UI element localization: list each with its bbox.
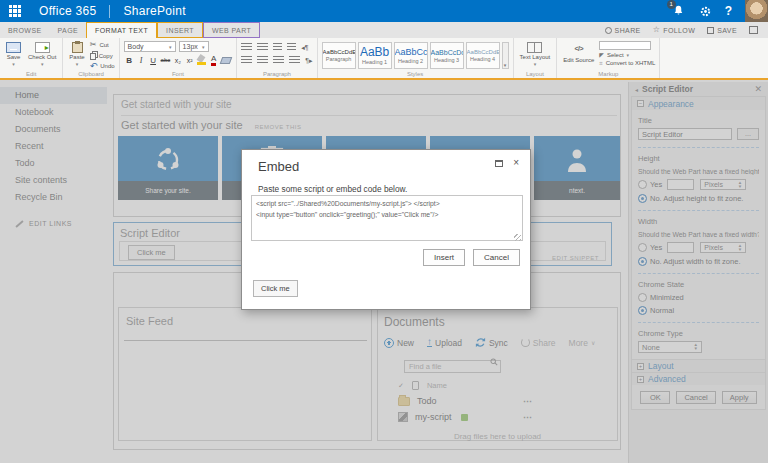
follow-action[interactable]: ☆FOLLOW: [653, 26, 696, 34]
dialog-instruction: Paste some script or embed code below.: [258, 184, 407, 194]
italic-button[interactable]: I: [136, 54, 147, 66]
text-layout-button[interactable]: Text Layout▾: [518, 41, 553, 68]
numbered-list-button[interactable]: [257, 43, 268, 52]
dialog-cancel-button[interactable]: Cancel: [473, 249, 520, 266]
follow-star-icon: ☆: [653, 26, 661, 34]
strikethrough-button[interactable]: abc: [160, 54, 172, 66]
convert-xhtml-button[interactable]: ⌗Convert to XHTML: [599, 60, 655, 66]
bullet-list-button[interactable]: [241, 43, 252, 52]
ribbon-group-markup: </>Edit Source ◤Select▾ ⌗Convert to XHTM…: [557, 38, 660, 78]
highlighter-icon: [197, 55, 206, 65]
highlight-button[interactable]: [196, 54, 207, 66]
sharepoint-page: Office 365 SharePoint 1 ? BROWSE PAGE FO…: [0, 0, 768, 463]
textarea-resize-handle[interactable]: [514, 234, 521, 241]
clear-format-button[interactable]: [220, 54, 232, 66]
tab-browse[interactable]: BROWSE: [0, 22, 50, 38]
align-center-button[interactable]: [257, 56, 268, 65]
notifications-bell-icon[interactable]: 1: [672, 4, 686, 18]
page-actions: SHARE ☆FOLLOW SAVE: [605, 22, 768, 38]
font-color-button[interactable]: A: [208, 54, 219, 66]
copy-icon: [90, 53, 96, 60]
tab-page[interactable]: PAGE: [50, 22, 87, 38]
group-label-paragraph: Paragraph: [237, 71, 316, 77]
style-paragraph[interactable]: AaBbCcDdEParagraph: [322, 42, 356, 69]
ribbon: Save▾ Check Out▾ Edit Paste▾ ✂Cut Copy ↶…: [0, 38, 768, 80]
font-color-icon: A: [211, 55, 216, 66]
styles-gallery-more-button[interactable]: ▾: [502, 42, 509, 69]
clipboard-small-buttons: ✂Cut Copy ↶Undo: [90, 41, 115, 68]
superscript-button[interactable]: x²: [184, 54, 195, 66]
suite-bar-divider: [109, 5, 110, 18]
group-label-clipboard: Clipboard: [63, 71, 118, 77]
workspace: Home Notebook Documents Recent Todo Site…: [0, 80, 768, 463]
group-label-font: Font: [120, 71, 237, 77]
undo-button[interactable]: ↶Undo: [90, 62, 115, 70]
font-size-select[interactable]: 13px▾: [179, 41, 209, 52]
ribbon-checkout-button[interactable]: Check Out▾: [26, 41, 58, 68]
cursor-icon: ◤: [599, 52, 604, 58]
group-label-layout: Layout: [514, 71, 557, 77]
edit-source-button[interactable]: </>Edit Source: [561, 41, 596, 68]
style-heading3[interactable]: AaBbCcDdHeading 3: [430, 42, 464, 69]
style-heading1[interactable]: AaBbHeading 1: [358, 42, 392, 69]
embed-code-textarea[interactable]: <script src="../Shared%20Documents/my-sc…: [251, 195, 523, 241]
font-family-select[interactable]: Body▾: [124, 41, 176, 52]
ribbon-group-layout: Text Layout▾ Layout: [514, 38, 558, 78]
group-label-markup: Markup: [557, 71, 659, 77]
insert-button[interactable]: Insert: [423, 249, 465, 266]
group-label-edit: Edit: [0, 71, 62, 77]
ribbon-tab-row: BROWSE PAGE FORMAT TEXT INSERT WEB PART …: [0, 22, 768, 38]
increase-indent-button[interactable]: [287, 43, 296, 52]
edit-source-icon: </>: [571, 42, 586, 56]
close-icon[interactable]: ×: [513, 159, 519, 167]
decrease-indent-button[interactable]: [273, 43, 282, 52]
app-name-sharepoint[interactable]: SharePoint: [123, 4, 185, 18]
user-avatar[interactable]: [745, 0, 768, 22]
focus-on-content-icon[interactable]: [749, 26, 758, 34]
markup-styles-dropdown[interactable]: [599, 41, 651, 50]
ribbon-group-font: Body▾ 13px▾ B I U abc x₂ x² A Font: [120, 38, 238, 78]
align-right-button[interactable]: [273, 56, 284, 65]
share-action[interactable]: SHARE: [605, 27, 641, 34]
check-out-icon: [35, 42, 50, 53]
ribbon-group-paragraph: ◂¶ ¶▸ Paragraph: [237, 38, 317, 78]
tab-insert[interactable]: INSERT: [157, 22, 203, 38]
text-layout-icon: [527, 42, 542, 53]
convert-icon: ⌗: [599, 60, 602, 66]
justify-button[interactable]: [289, 56, 300, 65]
preview-click-me-button[interactable]: Click me: [253, 280, 298, 297]
tab-web-part[interactable]: WEB PART: [203, 22, 260, 38]
paste-button[interactable]: Paste▾: [67, 41, 86, 68]
right-to-left-button[interactable]: ¶▸: [305, 56, 312, 65]
share-icon: [605, 27, 612, 34]
app-launcher-icon[interactable]: [9, 5, 21, 17]
bold-button[interactable]: B: [124, 54, 135, 66]
left-to-right-button[interactable]: ◂¶: [301, 43, 308, 52]
brand-office365[interactable]: Office 365: [39, 4, 96, 18]
save-icon: [707, 27, 714, 34]
select-button[interactable]: ◤Select▾: [599, 52, 655, 58]
undo-arrow-icon: ↶: [90, 62, 98, 70]
subscript-button[interactable]: x₂: [172, 54, 183, 66]
group-label-styles: Styles: [318, 71, 513, 77]
eraser-icon: [220, 57, 233, 64]
tab-format-text[interactable]: FORMAT TEXT: [86, 22, 157, 38]
help-button[interactable]: ?: [725, 4, 732, 18]
settings-gear-icon[interactable]: [699, 5, 712, 18]
maximize-icon[interactable]: [495, 160, 503, 167]
save-action[interactable]: SAVE: [707, 27, 737, 34]
ribbon-group-styles: AaBbCcDdEParagraph AaBbHeading 1 AaBbCcH…: [318, 38, 514, 78]
style-heading2[interactable]: AaBbCcHeading 2: [394, 42, 428, 69]
ribbon-group-clipboard: Paste▾ ✂Cut Copy ↶Undo Clipboard: [63, 38, 119, 78]
paste-clipboard-icon: [72, 42, 83, 53]
align-left-button[interactable]: [241, 56, 252, 65]
copy-button[interactable]: Copy: [90, 51, 115, 60]
save-disk-icon: [6, 42, 21, 53]
ribbon-save-button[interactable]: Save▾: [4, 41, 23, 68]
suite-bar-right: 1 ?: [672, 0, 768, 22]
style-heading4[interactable]: AaBbCcDdEHeading 4: [466, 42, 500, 69]
cut-button[interactable]: ✂Cut: [90, 41, 115, 49]
ribbon-group-edit: Save▾ Check Out▾ Edit: [0, 38, 63, 78]
embed-dialog: Embed × Paste some script or embed code …: [241, 149, 531, 310]
underline-button[interactable]: U: [148, 54, 159, 66]
